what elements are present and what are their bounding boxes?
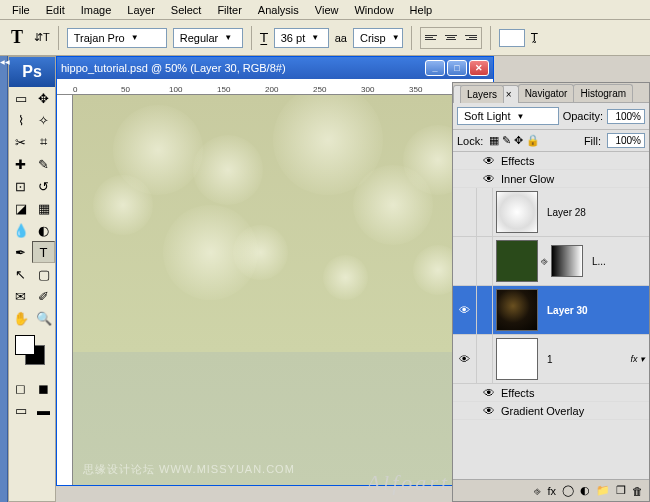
- eye-icon[interactable]: 👁: [483, 404, 495, 418]
- eye-icon[interactable]: 👁: [483, 386, 495, 400]
- layer-row-30[interactable]: 👁 Layer 30: [453, 286, 649, 335]
- eye-icon[interactable]: 👁: [483, 154, 495, 168]
- lock-pixels-icon[interactable]: ✎: [502, 134, 511, 147]
- visibility-toggle[interactable]: [453, 237, 477, 285]
- canvas[interactable]: 思缘设计论坛 WWW.MISSYUAN.COM: [73, 95, 493, 485]
- lock-transparency-icon[interactable]: ▦: [489, 134, 499, 147]
- quickmask-mask[interactable]: ◼: [32, 377, 55, 399]
- history-brush-tool[interactable]: ↺: [32, 175, 55, 197]
- layer-thumb[interactable]: [496, 338, 538, 380]
- eye-icon[interactable]: 👁: [483, 172, 495, 186]
- shape-tool[interactable]: ▢: [32, 263, 55, 285]
- dodge-tool[interactable]: ◐: [32, 219, 55, 241]
- menu-view[interactable]: View: [309, 2, 345, 18]
- antialias-dropdown[interactable]: Crisp▼: [353, 28, 403, 48]
- layer-row-mask[interactable]: ⎆ L...: [453, 237, 649, 286]
- screen-mode-2[interactable]: ▬: [32, 399, 55, 421]
- tab-navigator[interactable]: Navigator: [518, 84, 575, 102]
- hand-tool[interactable]: ✋: [9, 307, 32, 329]
- align-center-button[interactable]: [441, 28, 461, 48]
- menu-select[interactable]: Select: [165, 2, 208, 18]
- minimize-button[interactable]: _: [425, 60, 445, 76]
- effects-row[interactable]: 👁Effects: [453, 152, 649, 170]
- lock-all-icon[interactable]: 🔒: [526, 134, 540, 147]
- screen-mode[interactable]: ▭: [9, 399, 32, 421]
- blend-mode-dropdown[interactable]: Soft Light▼: [457, 107, 559, 125]
- layer-mask-icon[interactable]: ◯: [562, 484, 574, 497]
- menu-layer[interactable]: Layer: [121, 2, 161, 18]
- fx-indicator[interactable]: fx ▾: [630, 354, 649, 364]
- slice-tool[interactable]: ⌗: [32, 131, 55, 153]
- layer-thumb[interactable]: [496, 289, 538, 331]
- toolbox-handle[interactable]: [0, 56, 8, 502]
- warp-text-icon[interactable]: T̰: [531, 31, 538, 44]
- move-tool[interactable]: ✥: [32, 87, 55, 109]
- layer-row-28[interactable]: Layer 28: [453, 188, 649, 237]
- layer-thumb[interactable]: [496, 240, 538, 282]
- layer-name[interactable]: Layer 30: [541, 305, 649, 316]
- path-tool[interactable]: ↖: [9, 263, 32, 285]
- color-swatches[interactable]: [13, 333, 51, 373]
- notes-tool[interactable]: ✉: [9, 285, 32, 307]
- gradient-tool[interactable]: ▦: [32, 197, 55, 219]
- quickmask-normal[interactable]: ◻: [9, 377, 32, 399]
- menu-analysis[interactable]: Analysis: [252, 2, 305, 18]
- effects-row-2[interactable]: 👁Effects: [453, 384, 649, 402]
- lock-position-icon[interactable]: ✥: [514, 134, 523, 147]
- layer-name[interactable]: L...: [586, 256, 649, 267]
- mask-link-icon[interactable]: ⎆: [541, 255, 548, 267]
- menu-edit[interactable]: Edit: [40, 2, 71, 18]
- menu-file[interactable]: File: [6, 2, 36, 18]
- lasso-tool[interactable]: ⌇: [9, 109, 32, 131]
- layer-style-icon[interactable]: fx: [547, 485, 556, 497]
- visibility-toggle[interactable]: 👁: [453, 335, 477, 383]
- toggle-orientation-icon[interactable]: ⇵T: [34, 31, 50, 44]
- adjustment-layer-icon[interactable]: ◐: [580, 484, 590, 497]
- zoom-tool[interactable]: 🔍: [32, 307, 55, 329]
- layer-name[interactable]: Layer 28: [541, 207, 649, 218]
- font-family-dropdown[interactable]: Trajan Pro▼: [67, 28, 167, 48]
- visibility-toggle[interactable]: 👁: [453, 286, 477, 334]
- effect-inner-glow[interactable]: 👁Inner Glow: [453, 170, 649, 188]
- align-right-button[interactable]: [461, 28, 481, 48]
- effect-gradient-overlay[interactable]: 👁Gradient Overlay: [453, 402, 649, 420]
- menu-help[interactable]: Help: [404, 2, 439, 18]
- menu-window[interactable]: Window: [348, 2, 399, 18]
- fill-input[interactable]: 100%: [607, 133, 645, 148]
- type-tool[interactable]: T: [32, 241, 55, 263]
- delete-layer-icon[interactable]: 🗑: [632, 485, 643, 497]
- new-layer-icon[interactable]: ❐: [616, 484, 626, 497]
- close-button[interactable]: ✕: [469, 60, 489, 76]
- brush-tool[interactable]: ✎: [32, 153, 55, 175]
- align-left-button[interactable]: [421, 28, 441, 48]
- tab-histogram[interactable]: Histogram: [573, 84, 633, 102]
- maximize-button[interactable]: □: [447, 60, 467, 76]
- group-icon[interactable]: 📁: [596, 484, 610, 497]
- divider: [490, 26, 491, 50]
- layer-thumb[interactable]: [496, 191, 538, 233]
- eraser-tool[interactable]: ◪: [9, 197, 32, 219]
- font-style-dropdown[interactable]: Regular▼: [173, 28, 243, 48]
- mask-thumb[interactable]: [551, 245, 583, 277]
- tab-layers[interactable]: Layers ×: [453, 85, 519, 103]
- opacity-input[interactable]: 100%: [607, 109, 645, 124]
- marquee-tool[interactable]: ▭: [9, 87, 32, 109]
- menu-filter[interactable]: Filter: [211, 2, 247, 18]
- layer-row-1[interactable]: 👁 1 fx ▾: [453, 335, 649, 384]
- link-layers-icon[interactable]: ⎆: [534, 485, 541, 497]
- menu-image[interactable]: Image: [75, 2, 118, 18]
- blur-tool[interactable]: 💧: [9, 219, 32, 241]
- crop-tool[interactable]: ✂: [9, 131, 32, 153]
- eyedropper-tool[interactable]: ✐: [32, 285, 55, 307]
- heal-tool[interactable]: ✚: [9, 153, 32, 175]
- document-titlebar[interactable]: hippo_tutorial.psd @ 50% (Layer 30, RGB/…: [57, 57, 493, 79]
- pen-tool[interactable]: ✒: [9, 241, 32, 263]
- foreground-color[interactable]: [15, 335, 35, 355]
- wand-tool[interactable]: ✧: [32, 109, 55, 131]
- toolbox: Ps ▭ ✥ ⌇ ✧ ✂ ⌗ ✚ ✎ ⊡ ↺ ◪ ▦ 💧 ◐ ✒ T ↖ ▢ ✉…: [8, 56, 56, 502]
- stamp-tool[interactable]: ⊡: [9, 175, 32, 197]
- visibility-toggle[interactable]: [453, 188, 477, 236]
- layer-name[interactable]: 1: [541, 354, 630, 365]
- text-color-swatch[interactable]: [499, 29, 525, 47]
- font-size-dropdown[interactable]: 36 pt▼: [274, 28, 329, 48]
